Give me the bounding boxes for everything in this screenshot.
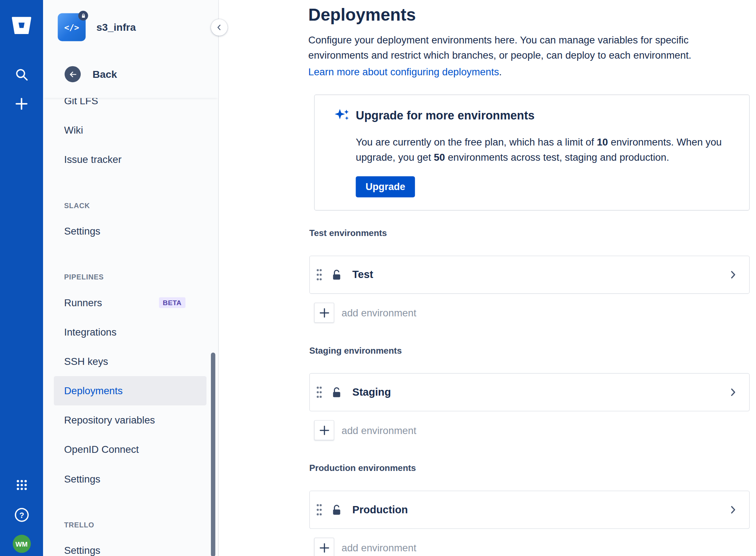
bitbucket-logo-icon[interactable]: [12, 15, 31, 37]
sidebar-section-slack: SLACK: [64, 195, 207, 216]
sidebar-item-deployments[interactable]: Deployments: [54, 376, 207, 405]
app-navigation-bar: ? WM: [0, 0, 43, 556]
sidebar-item-settings-trello[interactable]: Settings: [54, 536, 207, 556]
environment-card-staging[interactable]: Staging: [309, 373, 750, 412]
unlock-icon: [330, 386, 344, 399]
back-button[interactable]: Back: [65, 66, 117, 83]
sidebar-nav: Git LFS Wiki Issue tracker SLACK Setting…: [43, 98, 218, 556]
chevron-right-icon: [728, 504, 739, 515]
beta-badge: BETA: [159, 297, 185, 308]
sidebar-item-runners[interactable]: Runners BETA: [54, 288, 207, 317]
sidebar-section-trello: TRELLO: [64, 514, 207, 536]
upgrade-button[interactable]: Upgrade: [356, 176, 415, 197]
page-description: Configure your deployment environments h…: [308, 32, 721, 63]
environment-card-production[interactable]: Production: [309, 491, 750, 529]
code-icon: </>: [64, 22, 79, 32]
upgrade-card-title: Upgrade for more environments: [356, 109, 534, 122]
add-environment-button-test[interactable]: add environment: [314, 303, 416, 323]
section-heading-staging: Staging environments: [309, 346, 402, 356]
plus-icon: [314, 303, 334, 323]
sidebar-item-label: Runners: [64, 297, 102, 308]
sidebar-item-issue-tracker[interactable]: Issue tracker: [54, 145, 207, 174]
section-heading-production: Production environments: [309, 463, 416, 473]
sidebar-header: </> s3_infra Back: [43, 0, 218, 98]
drag-handle-icon[interactable]: [316, 384, 323, 400]
repo-sidebar: </> s3_infra Back: [43, 0, 219, 556]
environment-name: Production: [352, 504, 408, 516]
repo-lock-icon: [78, 11, 88, 21]
environment-name: Staging: [352, 386, 391, 399]
sidebar-item-openid-connect[interactable]: OpenID Connect: [54, 435, 207, 464]
apps-grid-icon[interactable]: [12, 475, 31, 494]
add-environment-button-staging[interactable]: add environment: [314, 420, 416, 440]
section-heading-test: Test environments: [309, 228, 387, 238]
upgrade-card-body: You are currently on the free plan, whic…: [356, 134, 735, 165]
environment-card-test[interactable]: Test: [309, 256, 750, 294]
sidebar-item-wiki[interactable]: Wiki: [54, 115, 207, 145]
chevron-right-icon: [728, 269, 739, 280]
upgrade-card: Upgrade for more environments You are cu…: [314, 94, 749, 211]
learn-more-line: Learn more about configuring deployments…: [308, 66, 502, 78]
drag-handle-icon[interactable]: [316, 267, 323, 282]
sidebar-section-pipelines: PIPELINES: [64, 266, 207, 288]
environment-name: Test: [352, 269, 373, 281]
repo-header[interactable]: </> s3_infra: [58, 13, 136, 41]
unlock-icon: [330, 503, 344, 517]
add-environment-label: add environment: [341, 424, 416, 436]
plus-icon: [314, 538, 334, 556]
drag-handle-icon[interactable]: [316, 502, 323, 518]
add-environment-button-production[interactable]: add environment: [314, 538, 416, 556]
collapse-sidebar-button[interactable]: [211, 19, 228, 36]
upgrade-limit-free: 10: [597, 136, 608, 147]
create-icon[interactable]: [12, 94, 31, 114]
chevron-left-icon: [215, 24, 223, 31]
sidebar-item-integrations[interactable]: Integrations: [54, 317, 207, 347]
svg-text:?: ?: [19, 510, 24, 519]
main-content: Deployments Configure your deployment en…: [219, 0, 756, 556]
page-title: Deployments: [308, 5, 416, 25]
help-icon[interactable]: ?: [12, 505, 31, 525]
sidebar-item-repository-variables[interactable]: Repository variables: [54, 405, 207, 435]
unlock-icon: [330, 268, 344, 282]
add-environment-label: add environment: [341, 542, 416, 553]
bitbucket-app: ? WM </> s3_infra: [0, 0, 756, 556]
sidebar-scrollbar[interactable]: [211, 353, 215, 556]
learn-more-suffix: .: [499, 66, 502, 77]
repo-name: s3_infra: [97, 21, 136, 33]
sparkle-icon: [333, 107, 351, 126]
add-environment-label: add environment: [341, 307, 416, 319]
upgrade-body-text: environments across test, staging and pr…: [445, 151, 669, 163]
repo-avatar: </>: [58, 13, 86, 41]
sidebar-item-settings-pipelines[interactable]: Settings: [54, 464, 207, 493]
learn-more-link[interactable]: Learn more about configuring deployments: [308, 66, 499, 77]
sidebar-item-ssh-keys[interactable]: SSH keys: [54, 347, 207, 376]
upgrade-limit-paid: 50: [434, 151, 445, 163]
plus-icon: [314, 420, 334, 440]
back-arrow-icon: [65, 66, 81, 83]
search-icon[interactable]: [12, 65, 31, 84]
user-avatar[interactable]: WM: [12, 535, 30, 553]
upgrade-body-text: You are currently on the free plan, whic…: [356, 136, 596, 147]
sidebar-item-settings-slack[interactable]: Settings: [54, 216, 207, 246]
sidebar-item-git-lfs[interactable]: Git LFS: [54, 98, 207, 116]
chevron-right-icon: [728, 387, 739, 398]
back-label: Back: [93, 68, 117, 80]
